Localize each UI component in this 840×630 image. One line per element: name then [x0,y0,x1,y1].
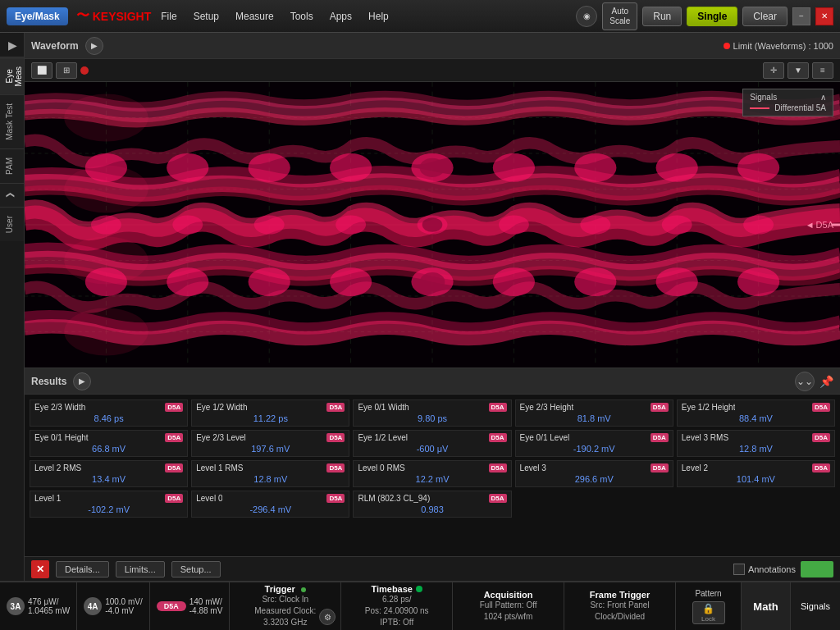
svg-point-32 [737,153,779,182]
svg-point-39 [574,267,616,296]
content-area: Waveform ▶ Limit (Waveforms) : 1000 ⬜ ⊞ … [25,33,840,581]
svg-point-34 [167,267,208,296]
results-pin-button[interactable]: 📌 [819,375,833,388]
annotations-checkbox[interactable] [733,564,745,575]
legend-line-icon [750,107,769,109]
left-sidebar: ▶ EyeMeas Mask Test PAM ❯ User [0,33,25,581]
trigger-active-dot [301,587,306,592]
status-bar: 3A 476 μW/ 1.0465 mW 4A 100.0 mV/ -4.0 m… [0,581,840,630]
annotations-checkbox-area: Annotations [733,564,796,575]
auto-scale-button[interactable]: AutoScale [602,2,637,30]
sidebar-arrow-icon[interactable]: ▶ [0,33,25,57]
x-close-button[interactable]: ✕ [31,560,49,578]
svg-point-37 [411,267,453,296]
channel-4a-info: 100.0 mV/ -4.0 mV [105,597,143,615]
timebase-title: Timebase [371,584,413,594]
timebase-section: Timebase 6.28 ps/ Pos: 24.00900 ns IPTB:… [341,582,453,630]
waveform-panel: Waveform ▶ Limit (Waveforms) : 1000 ⬜ ⊞ … [25,33,840,368]
channel-4a-section: 4A 100.0 mV/ -4.0 mV [77,582,150,630]
svg-point-33 [85,267,127,296]
menu-help[interactable]: Help [362,7,395,25]
details-button[interactable]: Details... [56,561,109,578]
timebase-dot-icon [416,586,422,592]
waveform-play-button[interactable]: ▶ [85,37,103,55]
eye-mask-logo-button[interactable]: Eye/Mask [7,7,68,25]
result-cell-eye01-level: Eye 0/1 Level D5A -190.2 mV [515,430,673,457]
frame-trigger-info: Src: Front Panel Clock/Divided [590,600,649,623]
view-btn-normal[interactable]: ⬜ [31,62,52,79]
math-label: Math [753,600,778,613]
result-cell-level2: Level 2 D5A 101.4 mV [677,460,835,487]
menu-measure[interactable]: Measure [229,7,281,25]
menu-apps[interactable]: Apps [323,7,358,25]
minimize-button[interactable]: − [792,7,810,25]
svg-point-47 [499,215,529,234]
sidebar-tab-mask-test[interactable]: Mask Test [0,94,24,148]
d5a-scope-marker: D5A [806,220,833,230]
results-toolbar-right: ⌄⌄ 📌 [795,372,833,391]
menu-tools[interactable]: Tools [284,7,320,25]
svg-point-42 [91,215,121,234]
result-cell-eye23-level: Eye 2/3 Level D5A 197.6 mV [191,430,349,457]
trigger-info: Src: Clock In Measured Clock: 3.3203 GHz [254,594,316,628]
result-cell-eye23-width: Eye 2/3 Width D5A 8.46 ps [30,399,188,427]
svg-point-50 [743,215,774,234]
result-cell-eye01-height: Eye 0/1 Height D5A 66.8 mV [30,430,188,457]
result-cell-level2-rms: Level 2 RMS D5A 13.4 mV [30,460,188,487]
utility-circle-button[interactable]: ◉ [576,6,597,27]
view-toolbar-right: ✛ ▼ ≡ [763,62,833,79]
math-section[interactable]: Math [742,582,791,630]
svg-point-46 [418,215,448,234]
results-title: Results [31,376,66,387]
svg-point-27 [330,153,372,182]
results-table: Eye 2/3 Width D5A 8.46 ps Eye 1/2 Width … [25,395,840,556]
legend-collapse-icon[interactable]: ∧ [820,93,826,102]
frame-trigger-section: Frame Trigger Src: Front Panel Clock/Div… [564,582,676,630]
single-button[interactable]: Single [687,7,737,26]
scope-display: 24.00900 ns [25,82,840,368]
result-row-2: Eye 0/1 Height D5A 66.8 mV Eye 2/3 Level… [30,430,835,457]
sidebar-tab-user[interactable]: User [0,207,24,241]
setup-button[interactable]: Setup... [171,561,221,578]
sidebar-tab-expand[interactable]: ❯ [0,183,24,207]
legend-signal-name: Differential 5A [774,103,826,112]
results-play-button[interactable]: ▶ [73,372,91,390]
trigger-gear-button[interactable]: ⚙ [319,609,336,625]
view-arrow-icon[interactable]: ▼ [788,62,809,79]
result-cell-level1: Level 1 D5A -102.2 mV [30,491,188,518]
svg-point-26 [249,153,290,182]
svg-point-30 [574,153,616,182]
svg-point-28 [411,153,453,182]
logo-text: Eye/Mask [15,11,60,22]
wave-icon: 〜 [76,7,89,25]
results-collapse-button[interactable]: ⌄⌄ [795,372,815,391]
view-move-icon[interactable]: ✛ [763,62,784,79]
lock-button[interactable]: 🔒 Lock [692,601,725,624]
main-layout: ▶ EyeMeas Mask Test PAM ❯ User Waveform … [0,33,840,581]
svg-point-48 [580,215,610,234]
pattern-label: Pattern [695,589,721,598]
annotations-color-swatch[interactable] [801,561,833,578]
results-toolbar: Results ▶ ⌄⌄ 📌 [25,368,840,395]
result-cell-level0-rms: Level 0 RMS D5A 12.2 mV [353,460,511,487]
d5a-badge: D5A [157,601,186,611]
view-btn-grid[interactable]: ⊞ [56,62,77,79]
svg-point-25 [167,153,208,182]
menu-setup[interactable]: Setup [187,7,226,25]
run-button[interactable]: Run [642,7,682,26]
keysight-brand: 〜 KEYSIGHT [76,7,152,25]
result-row-3: Level 2 RMS D5A 13.4 mV Level 1 RMS D5A … [30,460,835,487]
view-dot-button[interactable] [80,66,89,75]
close-button[interactable]: ✕ [815,7,833,25]
sidebar-tab-pam[interactable]: PAM [0,148,24,183]
trigger-section: Trigger Src: Clock In Measured Clock: 3.… [230,582,341,630]
sidebar-tab-eye-meas[interactable]: EyeMeas [0,57,24,94]
signals-section[interactable]: Signals [791,582,840,630]
view-menu-icon[interactable]: ≡ [812,62,833,79]
clear-button[interactable]: Clear [742,7,788,26]
result-cell-level1-rms: Level 1 RMS D5A 12.8 mV [191,460,349,487]
menu-file[interactable]: File [154,7,183,25]
limits-button[interactable]: Limits... [116,561,165,578]
svg-point-40 [656,267,698,296]
result-cell-level3: Level 3 D5A 296.6 mV [515,460,673,487]
